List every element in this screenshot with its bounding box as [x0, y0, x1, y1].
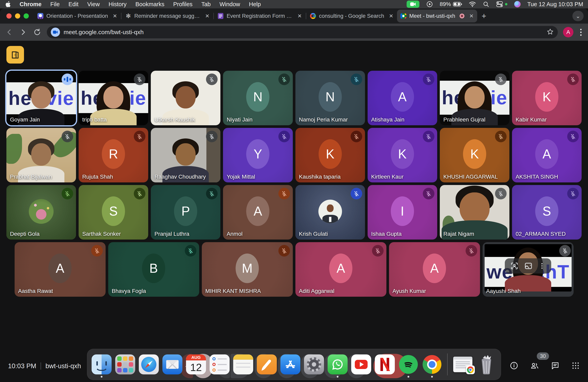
participant-tile[interactable]: AAKSHITA SINGH — [512, 128, 582, 182]
participant-tile[interactable]: SSarthak Sonker — [79, 185, 148, 240]
chat-panel-button[interactable] — [551, 361, 560, 371]
participant-name: Aastha Rawat — [18, 288, 53, 294]
apple-menu-icon[interactable] — [5, 1, 11, 8]
battery-indicator[interactable]: 89% — [440, 1, 462, 8]
participant-tile[interactable]: hevieGoyam Jain — [6, 71, 76, 125]
dock-item-trash[interactable] — [476, 354, 496, 374]
meeting-details-button[interactable] — [510, 361, 518, 371]
participant-tile[interactable]: NNamoj Peria Kumar — [295, 71, 365, 125]
mic-muted-icon — [351, 131, 362, 142]
new-tab-button[interactable]: + — [482, 12, 486, 20]
dock-item-pages[interactable] — [257, 354, 277, 374]
tab-close-icon[interactable]: ✕ — [389, 13, 393, 19]
participant-tile[interactable]: S02_ARMAAN SYED — [512, 185, 582, 240]
playback-menu-icon[interactable] — [426, 1, 433, 8]
participant-tile[interactable]: AAtishaya Jain — [368, 71, 437, 125]
participant-tile[interactable]: MMIHIR KANT MISHRA — [202, 242, 293, 297]
camera-permission-icon[interactable] — [51, 28, 60, 37]
forward-button[interactable] — [19, 28, 28, 37]
bookmark-star-icon[interactable] — [546, 28, 554, 36]
participant-tile[interactable]: AAnmol — [223, 185, 293, 240]
door-extension-icon[interactable] — [6, 46, 24, 63]
dock-item-finder[interactable] — [92, 354, 112, 374]
url-text[interactable]: meet.google.com/bwt-usti-qxh — [63, 29, 543, 36]
menubar-item-view[interactable]: View — [87, 1, 100, 8]
control-center-icon[interactable] — [496, 1, 503, 8]
wifi-icon[interactable] — [469, 1, 476, 8]
tab-close-icon[interactable]: ✕ — [205, 13, 210, 19]
tab-4[interactable]: consulting - Google Search✕ — [307, 10, 397, 22]
participant-tile[interactable]: Rajat Nigam — [440, 185, 509, 240]
tab-close-icon[interactable]: ✕ — [469, 13, 474, 19]
participant-tile[interactable]: PPranjal Luthra — [151, 185, 220, 240]
activities-button[interactable] — [571, 361, 580, 371]
tab-close-icon[interactable]: ✕ — [113, 13, 117, 19]
reload-button[interactable] — [33, 28, 42, 37]
participant-tile[interactable]: AAditi Aggarwal — [295, 242, 386, 297]
dock-item-netflix[interactable] — [375, 354, 395, 374]
dock-item-chrome[interactable] — [422, 354, 442, 374]
tab-close-icon[interactable]: ✕ — [297, 13, 302, 19]
dock-item-calendar[interactable]: AUG12 — [186, 354, 206, 374]
dock-item-youtube[interactable] — [351, 354, 371, 374]
back-button[interactable] — [5, 28, 14, 37]
menubar-item-bookmarks[interactable]: Bookmarks — [135, 1, 164, 8]
dock-item-minimized-window[interactable] — [453, 354, 473, 374]
siri-icon[interactable] — [514, 1, 521, 7]
dock-item-safari[interactable] — [139, 354, 159, 374]
participant-grid: hevieGoyam Jainhevietripti battaUtkarsh … — [0, 71, 588, 297]
participant-tile[interactable]: Prabhat Bijalwan — [6, 128, 76, 182]
self-view-controls[interactable] — [505, 258, 551, 273]
participant-tile[interactable]: YYojak Mittal — [223, 128, 293, 182]
dock-item-settings[interactable] — [304, 354, 324, 374]
menubar-item-profiles[interactable]: Profiles — [173, 1, 193, 8]
participant-tile[interactable]: Raaghav Choudhary — [151, 128, 220, 182]
menubar-datetime[interactable]: Tue 12 Aug 10:03 PM — [527, 1, 583, 8]
tab-3[interactable]: Event Registration Form - Go✕ — [214, 10, 305, 22]
menubar-item-file[interactable]: File — [50, 1, 60, 8]
dock-item-mail[interactable] — [162, 354, 182, 374]
participant-tile[interactable]: KKabir Kumar — [512, 71, 582, 125]
dock-item-whatsapp[interactable] — [328, 354, 348, 374]
browser-menu-button[interactable] — [579, 29, 583, 36]
people-panel-button[interactable]: 30 — [530, 361, 539, 371]
participant-tile[interactable]: weivehTAayushi Shah — [483, 242, 574, 297]
participant-tile[interactable]: IIshaa Gupta — [368, 185, 437, 240]
participant-tile[interactable]: heviePrabhleen Gujral — [440, 71, 509, 125]
participant-tile[interactable]: BBhavya Fogla — [108, 242, 199, 297]
participant-tile[interactable]: hevietripti batta — [79, 71, 148, 125]
participant-tile[interactable]: KKirtleen Kaur — [368, 128, 437, 182]
zoom-window-button[interactable] — [24, 13, 29, 19]
participant-name: Ayush Kumar — [393, 288, 426, 294]
participant-tile[interactable]: AAastha Rawat — [15, 242, 105, 297]
address-bar[interactable]: meet.google.com/bwt-usti-qxh — [47, 26, 558, 38]
menubar-item-history[interactable]: History — [109, 1, 126, 8]
menubar-item-tab[interactable]: Tab — [201, 1, 211, 8]
spotlight-search-icon[interactable] — [483, 1, 489, 8]
participant-tile[interactable]: RRujuta Shah — [79, 128, 148, 182]
dock-item-appstore[interactable] — [280, 354, 300, 374]
dock-item-spotify[interactable] — [399, 354, 419, 374]
participant-tile[interactable]: KKHUSHI AGGARWAL — [440, 128, 509, 182]
close-window-button[interactable] — [6, 13, 12, 19]
dock-item-notes[interactable] — [233, 354, 253, 374]
participant-tile[interactable]: Utkarsh Kaushik — [151, 71, 220, 125]
menubar-item-window[interactable]: Window — [219, 1, 240, 8]
participant-tile[interactable]: Krish Gulati — [295, 185, 365, 240]
menubar-item-edit[interactable]: Edit — [68, 1, 78, 8]
menubar-item-help[interactable]: Help — [249, 1, 261, 8]
tab-2[interactable]: ✻Reminder message suggestio✕ — [122, 10, 213, 22]
participant-tile[interactable]: AAyush Kumar — [389, 242, 480, 297]
tab-5[interactable]: Meet - bwt-usti-qxh✕ — [397, 10, 477, 22]
menubar-item-chrome[interactable]: Chrome — [20, 1, 42, 8]
dock-item-reminders[interactable] — [210, 354, 230, 374]
minimize-window-button[interactable] — [15, 13, 20, 19]
participant-tile[interactable]: NNiyati Jain — [223, 71, 293, 125]
profile-avatar[interactable]: A — [563, 27, 573, 37]
participant-tile[interactable]: KKaushika taparia — [295, 128, 365, 182]
screen-recording-camera-indicator[interactable] — [407, 0, 420, 8]
dock-item-launchpad[interactable] — [115, 354, 135, 374]
tab-search-button[interactable]: ⌄ — [572, 11, 584, 21]
participant-tile[interactable]: Deepti Gola — [6, 185, 76, 240]
tab-1[interactable]: Orientation - Presentation✕ — [34, 10, 121, 22]
